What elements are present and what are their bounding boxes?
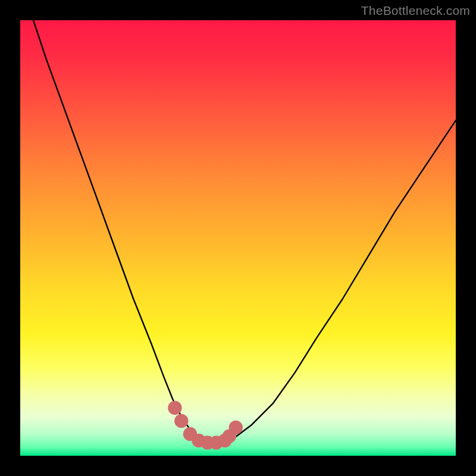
plot-area <box>20 20 456 456</box>
valley-marker <box>229 421 243 434</box>
valley-marker <box>168 401 181 415</box>
valley-marker <box>174 414 188 428</box>
valley-markers <box>168 401 243 450</box>
chart-frame: TheBottleneck.com <box>0 0 476 476</box>
watermark-text: TheBottleneck.com <box>361 4 470 18</box>
bottleneck-curve <box>33 20 456 443</box>
curve-svg <box>20 20 456 456</box>
